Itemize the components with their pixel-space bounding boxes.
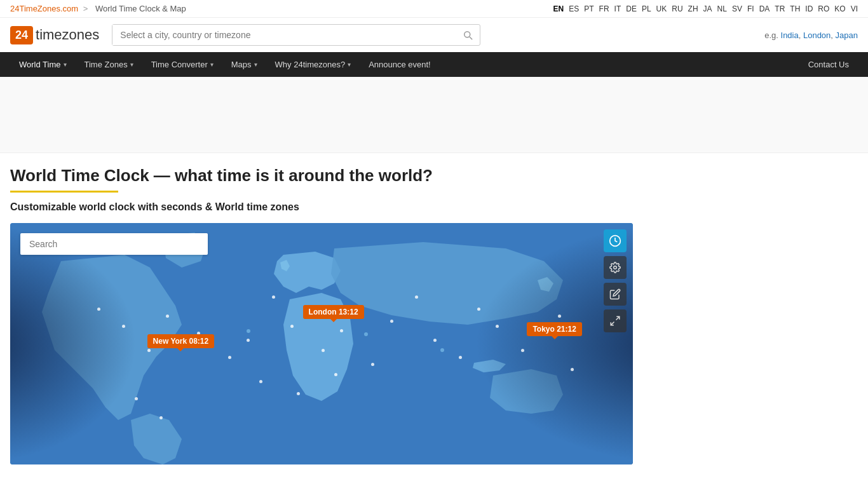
chevron-down-icon: ▾ <box>64 61 67 68</box>
lang-ja[interactable]: JA <box>703 4 712 13</box>
chevron-down-icon: ▾ <box>254 61 257 68</box>
breadcrumb: 24TimeZones.com > World Time Clock & Map <box>10 4 189 13</box>
gear-icon <box>609 262 621 273</box>
header: 24 timezones e.g. India, London, Japan <box>0 18 868 52</box>
lang-ru[interactable]: RU <box>672 4 682 13</box>
svg-point-5 <box>614 266 617 269</box>
settings-button[interactable] <box>604 256 627 279</box>
lang-pl[interactable]: PL <box>642 4 651 13</box>
city-label-london[interactable]: London 13:12 <box>303 305 364 319</box>
logo-number: 24 <box>10 26 33 44</box>
svg-point-3 <box>440 348 444 352</box>
clock-icon <box>609 234 621 247</box>
clock-button[interactable] <box>604 229 627 252</box>
svg-line-7 <box>611 322 614 325</box>
lang-zh[interactable]: ZH <box>688 4 698 13</box>
lang-fi[interactable]: FI <box>747 4 754 13</box>
lang-it[interactable]: IT <box>614 4 621 13</box>
svg-point-1 <box>247 329 250 333</box>
lang-fr[interactable]: FR <box>599 4 609 13</box>
header-search-icon <box>462 29 473 41</box>
nav-why[interactable]: Why 24timezones? ▾ <box>266 52 360 77</box>
lang-th[interactable]: TH <box>790 4 800 13</box>
breadcrumb-sep: > <box>83 4 88 13</box>
chevron-down-icon: ▾ <box>210 61 214 68</box>
top-bar: 24TimeZones.com > World Time Clock & Map… <box>0 0 868 18</box>
nav-announce[interactable]: Announce event! <box>360 52 440 77</box>
nav-contact[interactable]: Contact Us <box>799 52 858 77</box>
lang-da[interactable]: DA <box>759 4 770 13</box>
lang-id[interactable]: ID <box>805 4 813 13</box>
nav-time-converter[interactable]: Time Converter ▾ <box>142 52 222 77</box>
examples-prefix: e.g. <box>764 30 778 40</box>
examples-text: e.g. India, London, Japan <box>764 30 858 40</box>
lang-en[interactable]: EN <box>553 4 564 13</box>
chevron-down-icon: ▾ <box>348 61 351 68</box>
page-subtitle: Customizable world clock with seconds & … <box>10 201 858 213</box>
map-controls <box>604 229 627 332</box>
world-map-svg <box>10 223 633 464</box>
svg-line-6 <box>616 316 620 320</box>
lang-sv[interactable]: SV <box>732 4 742 13</box>
nav-items: World Time ▾ Time Zones ▾ Time Converter… <box>10 52 799 77</box>
lang-pt[interactable]: PT <box>584 4 593 13</box>
nav-time-zones[interactable]: Time Zones ▾ <box>76 52 142 77</box>
map-search-input[interactable] <box>20 233 208 255</box>
city-label-tokyo[interactable]: Tokyo 21:12 <box>527 322 581 336</box>
main-content: World Time Clock — what time is it aroun… <box>0 153 868 464</box>
ad-banner <box>0 77 868 153</box>
pencil-icon <box>609 288 621 300</box>
svg-point-2 <box>364 332 368 336</box>
edit-button[interactable] <box>604 283 627 306</box>
lang-ko[interactable]: KO <box>834 4 845 13</box>
world-map[interactable]: New York 08:12 London 13:12 Tokyo 21:12 <box>10 223 633 464</box>
header-search-button[interactable] <box>456 25 480 44</box>
example-india[interactable]: India <box>781 30 799 40</box>
lang-uk[interactable]: UK <box>656 4 667 13</box>
example-japan[interactable]: Japan <box>836 30 858 40</box>
logo-text: timezones <box>36 27 99 43</box>
lang-de[interactable]: DE <box>626 4 637 13</box>
breadcrumb-current: World Time Clock & Map <box>95 4 186 13</box>
lang-es[interactable]: ES <box>569 4 579 13</box>
example-london[interactable]: London <box>803 30 831 40</box>
nav-maps[interactable]: Maps ▾ <box>222 52 266 77</box>
lang-tr[interactable]: TR <box>775 4 785 13</box>
city-label-newyork[interactable]: New York 08:12 <box>147 334 215 348</box>
page-title: World Time Clock — what time is it aroun… <box>10 166 858 186</box>
header-search-bar <box>112 24 480 46</box>
map-search[interactable] <box>20 233 208 255</box>
chevron-down-icon: ▾ <box>130 61 133 68</box>
main-nav: World Time ▾ Time Zones ▾ Time Converter… <box>0 52 868 77</box>
nav-world-time[interactable]: World Time ▾ <box>10 52 76 77</box>
site-logo[interactable]: 24 timezones <box>10 26 99 44</box>
breadcrumb-home[interactable]: 24TimeZones.com <box>10 4 78 13</box>
lang-vi[interactable]: VI <box>851 4 858 13</box>
language-bar: EN ES PT FR IT DE PL UK RU ZH JA NL SV F… <box>553 4 858 13</box>
header-search-input[interactable] <box>112 25 456 45</box>
lang-ro[interactable]: RO <box>818 4 829 13</box>
lang-nl[interactable]: NL <box>717 4 727 13</box>
fullscreen-icon <box>609 315 621 327</box>
fullscreen-button[interactable] <box>604 309 627 332</box>
title-underline <box>10 191 118 193</box>
